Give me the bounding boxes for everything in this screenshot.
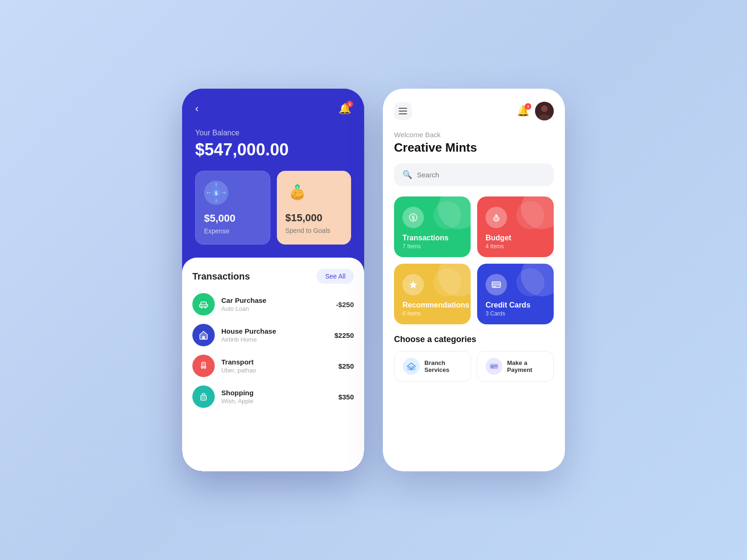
cat-bg-circle2 [433, 201, 461, 229]
creditcards-cat-count: 3 Cards [486, 310, 545, 317]
notification-bell-right[interactable]: 🔔 3 [517, 105, 529, 117]
branch-icon [403, 358, 420, 375]
left-phone: ‹ 🔔 3 Your Balance $547,000.00 $ [182, 89, 364, 471]
left-phone-header: ‹ 🔔 3 [195, 103, 351, 115]
creditcards-cat-name: Credit Cards [486, 301, 545, 309]
transactions-cat-icon: $ [402, 207, 424, 228]
transport-txn-info: Transport Uber, pathao [221, 358, 338, 374]
car-txn-amount: -$250 [336, 301, 354, 308]
back-button[interactable]: ‹ [195, 103, 198, 115]
budget-category-card[interactable]: Budget 4 Items [477, 196, 554, 257]
piggy-bank-icon: $ [286, 181, 309, 203]
svg-text:$: $ [296, 186, 298, 189]
cards-row: $ $5,000 Expense [195, 171, 351, 245]
left-phone-top: ‹ 🔔 3 Your Balance $547,000.00 $ [182, 89, 364, 258]
svg-rect-22 [301, 196, 303, 198]
transactions-category-card[interactable]: $ Transactions 7 Items [394, 196, 471, 257]
car-txn-info: Car Purchase Auto Loan [221, 296, 336, 312]
budget-cat-icon [486, 207, 507, 228]
transaction-item: Car Purchase Auto Loan -$250 [192, 293, 354, 315]
choose-categories-label: Choose a categories [394, 335, 554, 344]
expense-amount: $5,000 [204, 212, 235, 224]
house-txn-info: House Purchase Airbnb Home [221, 327, 334, 343]
see-all-button[interactable]: See All [317, 269, 354, 284]
user-avatar[interactable] [535, 102, 554, 120]
notification-bell-wrap[interactable]: 🔔 3 [338, 103, 351, 115]
svg-point-7 [207, 192, 208, 194]
search-bar[interactable]: 🔍 [394, 163, 554, 186]
svg-point-17 [295, 192, 296, 194]
svg-point-14 [293, 194, 296, 196]
svg-rect-41 [493, 286, 496, 287]
goals-desc: Spend to Goals [285, 227, 331, 234]
shopping-txn-info: Shopping Wish, Apple [221, 389, 338, 405]
shopping-txn-amount: $350 [338, 393, 354, 401]
svg-rect-21 [292, 196, 294, 198]
svg-marker-38 [409, 281, 417, 288]
shopping-txn-name: Shopping [221, 389, 338, 397]
transaction-item: House Purchase Airbnb Home $2250 [192, 324, 354, 346]
transactions-header: Transactions See All [192, 269, 354, 284]
svg-rect-47 [490, 365, 498, 367]
hamburger-line [399, 108, 407, 109]
make-payment-label: Make a Payment [507, 359, 532, 373]
cat-bg-circle2 [516, 201, 544, 229]
make-payment-pill[interactable]: Make a Payment [477, 351, 554, 382]
cat-bg-circle2 [433, 268, 461, 296]
budget-cat-name: Budget [486, 234, 545, 242]
recommendations-cat-count: 6 Items [402, 310, 462, 317]
recommendations-category-card[interactable]: Recommendations 6 Items [394, 264, 471, 324]
svg-point-5 [215, 201, 217, 202]
svg-point-29 [204, 368, 206, 369]
hamburger-line [399, 111, 407, 112]
svg-text:$: $ [215, 191, 218, 196]
svg-rect-43 [410, 368, 413, 370]
svg-point-28 [202, 368, 203, 369]
recommendations-cat-icon [402, 274, 424, 295]
hamburger-line [399, 113, 407, 114]
goals-icon-wrap: $ [285, 180, 310, 204]
shopping-txn-icon [192, 385, 215, 408]
balance-amount: $547,000.00 [195, 140, 351, 160]
house-txn-name: House Purchase [221, 327, 334, 335]
creditcards-category-card[interactable]: Credit Cards 3 Cards [477, 264, 554, 324]
notification-badge: 3 [346, 101, 353, 107]
category-pills: Branch Services Make a Payment [394, 351, 554, 382]
search-input[interactable] [417, 171, 545, 179]
svg-rect-30 [201, 395, 206, 400]
svg-point-13 [299, 190, 302, 193]
transport-txn-amount: $250 [338, 362, 354, 370]
svg-rect-45 [413, 366, 414, 368]
svg-rect-27 [202, 362, 205, 367]
transactions-cat-name: Transactions [402, 234, 462, 242]
svg-rect-23 [199, 304, 208, 307]
cat-bg-circle2 [516, 268, 544, 296]
creditcards-cat-icon [486, 274, 507, 295]
svg-point-32 [541, 105, 548, 112]
transport-txn-name: Transport [221, 358, 338, 366]
search-icon: 🔍 [402, 170, 412, 180]
svg-rect-26 [202, 336, 205, 339]
expense-icon-wrap: $ [204, 181, 228, 205]
categories-grid: $ Transactions 7 Items Budget 4 Items [394, 196, 554, 324]
branch-services-pill[interactable]: Branch Services [394, 351, 471, 382]
phones-container: ‹ 🔔 3 Your Balance $547,000.00 $ [182, 89, 565, 471]
car-txn-sub: Auto Loan [221, 305, 336, 312]
car-txn-icon [192, 293, 215, 315]
svg-rect-48 [491, 367, 493, 368]
svg-point-9 [224, 192, 226, 194]
dollar-network-icon: $ [207, 183, 226, 202]
expense-card[interactable]: $ $5,000 Expense [195, 171, 270, 245]
transaction-item: Transport Uber, pathao $250 [192, 355, 354, 377]
goals-amount: $15,000 [285, 212, 323, 224]
payment-icon [486, 358, 502, 375]
budget-cat-count: 4 Items [486, 243, 545, 250]
recommendations-cat-name: Recommendations [402, 301, 462, 309]
svg-text:$: $ [412, 215, 415, 221]
goals-card[interactable]: $ $15,000 Spend to Goals [277, 171, 351, 245]
notification-badge-right: 3 [525, 103, 531, 110]
house-txn-sub: Airbnb Home [221, 336, 334, 343]
transport-txn-icon [192, 355, 215, 377]
welcome-label: Welcome Back [394, 131, 554, 139]
menu-button[interactable] [394, 102, 412, 120]
